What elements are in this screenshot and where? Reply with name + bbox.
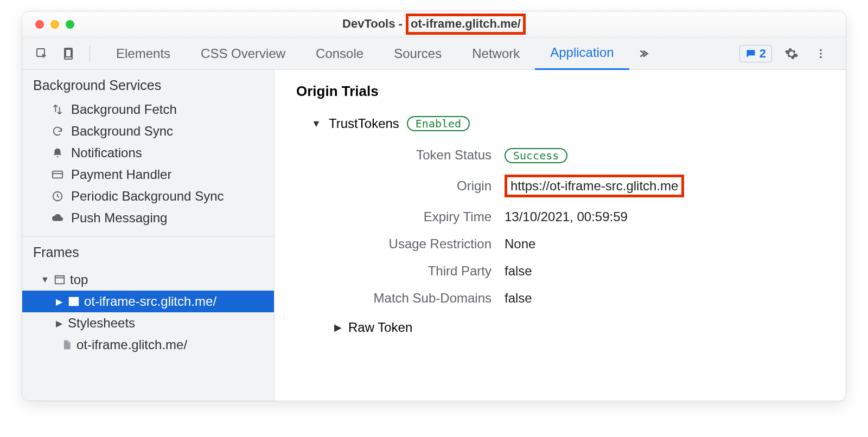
toolbar-right: 2 — [739, 44, 836, 63]
trial-name: TrustTokens — [329, 116, 399, 131]
issues-badge[interactable]: 2 — [739, 45, 772, 62]
svg-point-5 — [820, 56, 822, 58]
toolbar-divider — [90, 46, 90, 62]
window-title: DevTools - ot-iframe.glitch.me/ — [22, 14, 846, 34]
clock-icon — [50, 190, 65, 202]
devtools-tabs: Elements CSS Overview Console Sources Ne… — [101, 37, 732, 70]
frames-tree: ▼ top ▶ ot-iframe-src.glitch.me/ ▶ Style… — [22, 266, 274, 359]
svg-point-4 — [820, 53, 822, 55]
svg-rect-13 — [71, 301, 75, 304]
window-minimize-button[interactable] — [50, 20, 59, 29]
devtools-body: Background Services Background Fetch Bac… — [22, 70, 846, 401]
frame-ot-iframe-src[interactable]: ▶ ot-iframe-src.glitch.me/ — [22, 291, 274, 312]
expiry-value: 13/10/2021, 00:59:59 — [505, 209, 824, 224]
frame-label: top — [70, 272, 88, 287]
caret-down-icon: ▼ — [311, 118, 321, 130]
origin-value: https://ot-iframe-src.glitch.me — [505, 175, 684, 197]
third-party-label: Third Party — [318, 264, 492, 279]
window-frame-icon — [54, 274, 66, 286]
svg-point-3 — [820, 49, 822, 51]
svg-rect-6 — [53, 171, 62, 178]
svg-rect-2 — [66, 49, 71, 57]
raw-token-label: Raw Token — [348, 320, 412, 335]
sidebar-item-background-fetch[interactable]: Background Fetch — [22, 99, 274, 120]
sync-icon — [50, 125, 65, 137]
sidebar-item-push-messaging[interactable]: Push Messaging — [22, 207, 274, 229]
issues-count: 2 — [760, 47, 766, 61]
tab-elements[interactable]: Elements — [101, 37, 186, 70]
sidebar-item-periodic-background-sync[interactable]: Periodic Background Sync — [22, 185, 274, 207]
sidebar-item-background-sync[interactable]: Background Sync — [22, 120, 274, 142]
trial-details-grid: Token Status Success Origin https://ot-i… — [296, 147, 824, 306]
window-title-url: ot-iframe.glitch.me/ — [406, 14, 526, 34]
sidebar-item-label: Notifications — [71, 145, 142, 160]
application-sidebar: Background Services Background Fetch Bac… — [22, 70, 275, 401]
sidebar-section-background-services: Background Services — [22, 70, 274, 99]
sidebar-item-label: Background Sync — [71, 124, 173, 139]
tab-application[interactable]: Application — [535, 37, 629, 70]
tab-network[interactable]: Network — [457, 37, 535, 70]
trial-status-badge: Enabled — [407, 116, 470, 131]
sidebar-item-label: Payment Handler — [71, 167, 171, 182]
tab-console[interactable]: Console — [301, 37, 379, 70]
updown-arrows-icon — [50, 104, 65, 115]
kebab-menu-icon[interactable] — [811, 44, 831, 63]
usage-restriction-label: Usage Restriction — [318, 236, 492, 252]
frame-label: ot-iframe.glitch.me/ — [76, 337, 187, 352]
caret-right-icon: ▶ — [55, 318, 63, 329]
sidebar-item-payment-handler[interactable]: Payment Handler — [22, 164, 274, 185]
devtools-window: DevTools - ot-iframe.glitch.me/ Elements… — [22, 11, 846, 401]
device-toolbar-icon[interactable] — [59, 44, 79, 63]
svg-rect-9 — [55, 276, 65, 284]
cloud-icon — [50, 212, 65, 224]
caret-right-icon: ▶ — [55, 297, 63, 307]
frame-label: Stylesheets — [68, 316, 135, 331]
frame-file[interactable]: ot-iframe.glitch.me/ — [22, 334, 274, 356]
frame-label: ot-iframe-src.glitch.me/ — [84, 294, 216, 309]
sidebar-item-notifications[interactable]: Notifications — [22, 142, 274, 164]
window-zoom-button[interactable] — [66, 20, 74, 29]
trial-row[interactable]: ▼ TrustTokens Enabled — [296, 116, 824, 131]
sidebar-item-label: Periodic Background Sync — [71, 189, 224, 204]
origin-trials-panel: Origin Trials ▼ TrustTokens Enabled Toke… — [275, 70, 846, 401]
raw-token-row[interactable]: ▶ Raw Token — [296, 320, 824, 335]
expiry-label: Expiry Time — [318, 209, 492, 224]
tab-sources[interactable]: Sources — [379, 37, 457, 70]
sidebar-item-label: Background Fetch — [71, 102, 177, 117]
caret-right-icon: ▶ — [333, 322, 343, 333]
sidebar-item-label: Push Messaging — [71, 210, 167, 226]
document-icon — [61, 339, 72, 351]
settings-gear-icon[interactable] — [782, 44, 801, 63]
match-subdomains-value: false — [505, 291, 824, 306]
tab-css-overview[interactable]: CSS Overview — [186, 37, 301, 70]
frame-stylesheets[interactable]: ▶ Stylesheets — [22, 312, 274, 334]
window-close-button[interactable] — [35, 20, 44, 29]
window-title-prefix: DevTools - — [342, 17, 406, 30]
iframe-icon — [68, 295, 80, 307]
caret-down-icon: ▼ — [41, 275, 49, 285]
panel-heading: Origin Trials — [296, 83, 824, 100]
third-party-value: false — [505, 264, 824, 279]
inspect-element-icon[interactable] — [32, 44, 52, 63]
frame-top[interactable]: ▼ top — [22, 269, 274, 291]
token-status-label: Token Status — [318, 147, 492, 163]
window-titlebar: DevTools - ot-iframe.glitch.me/ — [22, 11, 846, 37]
devtools-toolbar: Elements CSS Overview Console Sources Ne… — [22, 37, 846, 70]
sidebar-section-frames: Frames — [22, 237, 274, 266]
token-status-badge: Success — [505, 148, 567, 163]
usage-restriction-value: None — [505, 236, 824, 252]
tabs-overflow-icon[interactable] — [629, 37, 656, 70]
match-subdomains-label: Match Sub-Domains — [318, 291, 492, 306]
bell-icon — [50, 147, 65, 159]
credit-card-icon — [50, 169, 65, 181]
origin-label: Origin — [318, 178, 492, 194]
token-status-value: Success — [505, 147, 824, 163]
window-traffic-lights — [22, 20, 74, 29]
